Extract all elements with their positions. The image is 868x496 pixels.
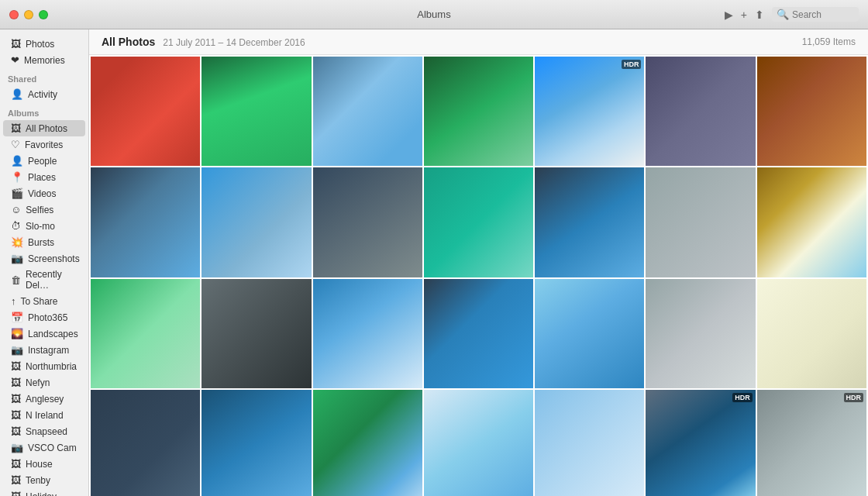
sidebar-item-photos[interactable]: 🖼 Photos bbox=[3, 36, 85, 52]
play-icon[interactable]: ▶ bbox=[725, 9, 733, 21]
titlebar-right-controls: ▶ + ⬆ 🔍 bbox=[725, 7, 859, 22]
sidebar-item-screenshots[interactable]: 📷 Screenshots bbox=[3, 250, 85, 267]
sidebar-label-activity: Activity bbox=[28, 89, 57, 100]
sidebar-item-favorites[interactable]: ♡ Favorites bbox=[3, 136, 85, 153]
sidebar-label-landscapes: Landscapes bbox=[28, 329, 78, 339]
photo-cell[interactable] bbox=[646, 57, 755, 166]
content-date-range: 21 July 2011 – 14 December 2016 bbox=[163, 37, 305, 48]
photo-cell[interactable] bbox=[757, 167, 866, 277]
search-box[interactable]: 🔍 bbox=[772, 7, 859, 22]
people-icon: 👤 bbox=[11, 155, 23, 167]
photo-cell[interactable] bbox=[313, 279, 422, 388]
memories-icon: ❤ bbox=[11, 54, 19, 66]
photo-cell[interactable] bbox=[757, 279, 866, 388]
content-header: All Photos 21 July 2011 – 14 December 20… bbox=[89, 29, 868, 55]
photo-cell[interactable] bbox=[646, 279, 755, 388]
places-icon: 📍 bbox=[11, 171, 23, 183]
photo-cell[interactable] bbox=[535, 167, 644, 277]
sidebar-item-places[interactable]: 📍 Places bbox=[3, 169, 85, 185]
instagram-icon: 📷 bbox=[11, 344, 23, 356]
albums-section-label: Albums bbox=[0, 102, 88, 120]
sidebar-label-favorites: Favorites bbox=[25, 140, 63, 150]
sidebar-item-bursts[interactable]: 💥 Bursts bbox=[3, 234, 85, 250]
sidebar-label-instagram: Instagram bbox=[28, 345, 69, 356]
photo-cell[interactable] bbox=[202, 390, 311, 496]
content-area: All Photos 21 July 2011 – 14 December 20… bbox=[89, 29, 868, 496]
sidebar-label-screenshots: Screenshots bbox=[28, 253, 80, 264]
maximize-button[interactable] bbox=[39, 10, 48, 19]
sidebar-item-recently-deleted[interactable]: 🗑 Recently Del… bbox=[3, 267, 85, 293]
window-controls bbox=[9, 10, 48, 19]
sidebar-label-photo365: Photo365 bbox=[28, 312, 67, 323]
photo-cell[interactable] bbox=[91, 390, 200, 496]
hdr-badge: HDR bbox=[844, 393, 864, 402]
sidebar-item-tenby[interactable]: 🖼 Tenby bbox=[3, 472, 85, 488]
sidebar-item-videos[interactable]: 🎬 Videos bbox=[3, 185, 85, 202]
sidebar-label-slo-mo: Slo-mo bbox=[26, 221, 55, 232]
close-button[interactable] bbox=[9, 10, 19, 19]
sidebar-item-snapseed[interactable]: 🖼 Snapseed bbox=[3, 423, 85, 439]
photo-cell[interactable] bbox=[535, 390, 644, 496]
sidebar-label-holiday: Holiday bbox=[26, 491, 57, 497]
photo-cell[interactable] bbox=[535, 279, 644, 388]
sidebar-item-memories[interactable]: ❤ Memories bbox=[3, 52, 85, 68]
sidebar-item-photo365[interactable]: 📅 Photo365 bbox=[3, 309, 85, 326]
sidebar-item-selfies[interactable]: ☺ Selfies bbox=[3, 202, 85, 218]
landscapes-icon: 🌄 bbox=[11, 328, 23, 339]
sidebar-item-to-share[interactable]: ↑ To Share bbox=[3, 293, 85, 309]
sidebar-item-instagram[interactable]: 📷 Instagram bbox=[3, 342, 85, 358]
sidebar-label-tenby: Tenby bbox=[26, 475, 50, 486]
all-photos-icon: 🖼 bbox=[11, 122, 21, 134]
hdr-badge: HDR bbox=[622, 60, 642, 69]
photo-cell[interactable] bbox=[91, 167, 200, 277]
content-title: All Photos bbox=[102, 36, 155, 48]
photo-cell[interactable] bbox=[313, 167, 422, 277]
photo-cell[interactable] bbox=[202, 167, 311, 277]
sidebar-item-slo-mo[interactable]: ⏱ Slo-mo bbox=[3, 218, 85, 234]
photo-cell[interactable] bbox=[313, 57, 422, 166]
sidebar-item-landscapes[interactable]: 🌄 Landscapes bbox=[3, 326, 85, 342]
photo-cell[interactable]: HDR bbox=[646, 390, 755, 496]
favorites-icon: ♡ bbox=[11, 139, 20, 150]
photo-cell[interactable] bbox=[91, 279, 200, 388]
sidebar-item-house[interactable]: 🖼 House bbox=[3, 456, 85, 472]
search-input[interactable] bbox=[792, 9, 854, 20]
photo-cell[interactable] bbox=[424, 390, 533, 496]
sidebar-item-vsco-cam[interactable]: 📷 VSCO Cam bbox=[3, 439, 85, 456]
main-layout: 🖼 Photos ❤ Memories Shared 👤 Activity Al… bbox=[0, 29, 868, 496]
minimize-button[interactable] bbox=[24, 10, 33, 19]
n-ireland-icon: 🖼 bbox=[11, 409, 21, 421]
videos-icon: 🎬 bbox=[11, 188, 23, 199]
photo-cell[interactable]: HDR bbox=[757, 390, 866, 496]
photo-cell[interactable] bbox=[424, 57, 533, 166]
hdr-badge: HDR bbox=[732, 393, 753, 402]
snapseed-icon: 🖼 bbox=[11, 425, 21, 437]
titlebar: Albums ▶ + ⬆ 🔍 bbox=[0, 0, 868, 29]
anglesey-icon: 🖼 bbox=[11, 393, 21, 405]
sidebar-item-people[interactable]: 👤 People bbox=[3, 153, 85, 169]
sidebar-item-all-photos[interactable]: 🖼 All Photos bbox=[3, 120, 85, 136]
add-icon[interactable]: + bbox=[741, 9, 747, 21]
photo-cell[interactable] bbox=[424, 279, 533, 388]
sidebar-item-n-ireland[interactable]: 🖼 N Ireland bbox=[3, 407, 85, 423]
photo-cell[interactable] bbox=[91, 57, 200, 166]
sidebar-item-activity[interactable]: 👤 Activity bbox=[3, 86, 85, 102]
share-icon[interactable]: ⬆ bbox=[755, 9, 764, 21]
sidebar-item-nefyn[interactable]: 🖼 Nefyn bbox=[3, 374, 85, 391]
photo-cell[interactable] bbox=[202, 57, 311, 166]
photo-cell[interactable] bbox=[646, 167, 755, 277]
photo-cell[interactable] bbox=[757, 57, 866, 166]
sidebar-label-anglesey: Anglesey bbox=[26, 394, 64, 405]
shared-section-label: Shared bbox=[0, 68, 88, 86]
search-icon: 🔍 bbox=[777, 9, 789, 20]
sidebar-item-northumbria[interactable]: 🖼 Northumbria bbox=[3, 358, 85, 374]
sidebar-item-anglesey[interactable]: 🖼 Anglesey bbox=[3, 391, 85, 407]
photo-cell[interactable] bbox=[424, 167, 533, 277]
photo-cell[interactable]: HDR bbox=[535, 57, 644, 166]
sidebar-item-holiday[interactable]: 🖼 Holiday bbox=[3, 488, 85, 496]
screenshots-icon: 📷 bbox=[11, 253, 23, 264]
sidebar-label-selfies: Selfies bbox=[26, 205, 53, 215]
photo-cell[interactable] bbox=[313, 390, 422, 496]
photo-cell[interactable] bbox=[202, 279, 311, 388]
photo-grid: HDRHDRHDRHDR bbox=[89, 55, 868, 496]
